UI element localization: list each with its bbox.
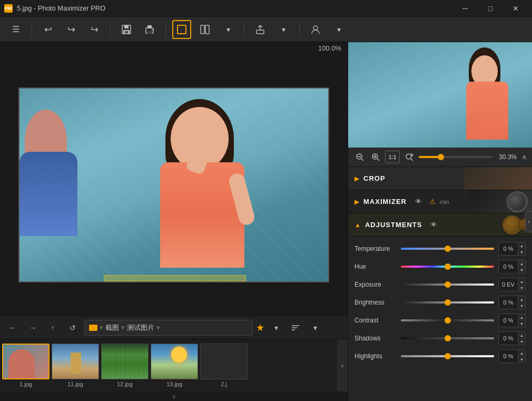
sort-options-button[interactable]: ▾ bbox=[307, 319, 323, 336]
shadows-spin-up[interactable]: ▲ bbox=[518, 332, 525, 338]
profile-button[interactable] bbox=[306, 20, 325, 39]
nav-back-button[interactable]: ← bbox=[4, 319, 21, 336]
window-controls: ─ □ ✕ bbox=[453, 0, 528, 17]
contrast-value: 0 % ▲ ▼ bbox=[498, 314, 526, 327]
brightness-spin-down[interactable]: ▼ bbox=[518, 302, 525, 309]
zoom-controls: 1:1 30.3% ∧ bbox=[348, 148, 532, 167]
brightness-spin-up[interactable]: ▲ bbox=[518, 296, 525, 302]
maximizer-eye-icon[interactable]: 👁 bbox=[415, 198, 422, 206]
adjustments-section-header[interactable]: ▲ ADJUSTMENTS 👁 bbox=[348, 213, 532, 237]
hue-spin-down[interactable]: ▼ bbox=[518, 267, 525, 273]
minimize-button[interactable]: ─ bbox=[453, 0, 477, 17]
contrast-row: Contrast 0 % ▲ ▼ bbox=[354, 314, 526, 327]
zoom-slider[interactable] bbox=[419, 156, 492, 158]
temperature-slider[interactable] bbox=[401, 248, 494, 250]
maximizer-warning-icon: ⚠ bbox=[429, 198, 436, 206]
nav-up-button[interactable]: ↑ bbox=[44, 319, 61, 336]
nav-path-2[interactable]: 测试图片 bbox=[127, 323, 154, 332]
temperature-row: Temperature 0 % ▲ ▼ bbox=[354, 242, 526, 256]
contrast-spin-down[interactable]: ▼ bbox=[518, 320, 525, 327]
canvas-container[interactable] bbox=[0, 54, 348, 316]
temperature-spin-down[interactable]: ▼ bbox=[518, 249, 525, 255]
hue-value: 0 % ▲ ▼ bbox=[498, 260, 526, 273]
contrast-spin-up[interactable]: ▲ bbox=[518, 314, 525, 320]
export-button[interactable] bbox=[251, 20, 270, 39]
highlights-spin-up[interactable]: ▲ bbox=[518, 350, 525, 356]
svg-line-23 bbox=[377, 159, 379, 161]
view-options-button[interactable]: ▾ bbox=[219, 20, 238, 39]
contrast-slider[interactable] bbox=[401, 319, 494, 321]
brightness-slider[interactable] bbox=[401, 301, 494, 304]
redo-button[interactable]: ↪ bbox=[85, 20, 104, 39]
favorite-button[interactable]: ★ bbox=[256, 322, 264, 334]
thumbnail-item-2[interactable]: 11.jpg bbox=[52, 344, 99, 387]
right-panel-expand-button[interactable]: › bbox=[525, 211, 532, 232]
toolbar-separator-4 bbox=[244, 22, 244, 37]
thumbnail-item-1[interactable]: 1.jpg bbox=[2, 344, 50, 387]
close-button[interactable]: ✕ bbox=[504, 0, 528, 17]
contrast-label: Contrast bbox=[354, 317, 397, 324]
star-options-button[interactable]: ▾ bbox=[268, 319, 284, 336]
right-panel: 1:1 30.3% ∧ ▶ CROP bbox=[348, 42, 532, 401]
export-options-button[interactable]: ▾ bbox=[274, 20, 293, 39]
thumbnail-nav-right[interactable]: › bbox=[337, 339, 348, 392]
maximizer-section-header[interactable]: ▶ MAXIMIZER 👁 ⚠ min bbox=[348, 190, 532, 213]
adjustments-eye-icon[interactable]: 👁 bbox=[430, 221, 437, 229]
exposure-spin-down[interactable]: ▼ bbox=[518, 285, 525, 291]
temperature-thumb bbox=[445, 246, 451, 252]
view-split-button[interactable] bbox=[195, 20, 214, 39]
nav-bar: ← → ↑ ↺ ▾ 截图 ▾ 测试图片 ▾ ★ ▾ ▾ bbox=[0, 316, 348, 339]
nav-refresh-button[interactable]: ↺ bbox=[64, 319, 81, 336]
sort-button[interactable] bbox=[288, 323, 303, 332]
highlights-thumb bbox=[445, 353, 451, 359]
crop-section-header[interactable]: ▶ CROP bbox=[348, 167, 532, 190]
nav-forward-button[interactable]: → bbox=[24, 319, 41, 336]
folder-icon bbox=[89, 325, 97, 331]
svg-line-25 bbox=[411, 159, 413, 161]
shadows-slider[interactable] bbox=[401, 337, 494, 339]
profile-options-button[interactable]: ▾ bbox=[329, 20, 348, 39]
nav-path-1[interactable]: 截图 bbox=[105, 323, 119, 332]
thumbnail-image-2 bbox=[52, 344, 99, 379]
print-button[interactable] bbox=[140, 20, 159, 39]
thumbnail-item-3[interactable]: 12.jpg bbox=[101, 344, 149, 387]
hue-slider[interactable] bbox=[401, 266, 494, 268]
zoom-reset-button[interactable]: 1:1 bbox=[385, 151, 400, 163]
menu-button[interactable]: ☰ bbox=[6, 20, 25, 39]
nav-folder-icon-item[interactable] bbox=[89, 325, 97, 331]
exposure-slider[interactable] bbox=[401, 283, 494, 286]
highlights-slider[interactable] bbox=[401, 355, 494, 357]
hue-label: Hue bbox=[354, 263, 397, 270]
save-button[interactable] bbox=[117, 20, 136, 39]
canvas-area: 100.0% bbox=[0, 42, 348, 401]
shadows-label: Shadows bbox=[354, 335, 397, 342]
bottom-expand-arrow[interactable]: ∨ bbox=[0, 392, 348, 401]
zoom-out-button[interactable] bbox=[353, 151, 366, 163]
shadows-spin-down[interactable]: ▼ bbox=[518, 338, 525, 345]
zoom-in-button[interactable] bbox=[369, 151, 382, 163]
zoom-fit-button[interactable] bbox=[403, 151, 416, 163]
undo-back-button[interactable]: ↩ bbox=[62, 20, 81, 39]
undo-button[interactable]: ↩ bbox=[38, 20, 57, 39]
exposure-spin-up[interactable]: ▲ bbox=[518, 278, 525, 285]
toolbar: ☰ ↩ ↩ ↪ ▾ ▾ ▾ bbox=[0, 17, 532, 42]
maximize-button[interactable]: □ bbox=[478, 0, 503, 17]
app-title: 5.jpg - Photo Maximizer PRO bbox=[17, 4, 105, 12]
shadows-row: Shadows 0 % ▲ ▼ bbox=[354, 331, 526, 345]
temperature-value: 0 % ▲ ▼ bbox=[498, 242, 526, 256]
adjustments-expand-icon: ▲ bbox=[354, 221, 361, 229]
toolbar-separator-3 bbox=[165, 22, 166, 37]
maximizer-section-title: MAXIMIZER bbox=[363, 198, 407, 206]
adjustments-content: Temperature 0 % ▲ ▼ Hue bbox=[348, 237, 532, 373]
hue-spin-up[interactable]: ▲ bbox=[518, 260, 525, 267]
exposure-value: 0 EV ▲ ▼ bbox=[498, 278, 526, 291]
contrast-thumb bbox=[445, 317, 451, 324]
thumbnail-item-4[interactable]: 13.jpg bbox=[151, 344, 198, 387]
svg-rect-10 bbox=[205, 25, 209, 34]
highlights-spin-down[interactable]: ▼ bbox=[518, 356, 525, 363]
zoom-collapse-button[interactable]: ∧ bbox=[522, 153, 527, 161]
thumbnail-item-5[interactable]: 2.j bbox=[200, 344, 248, 387]
temperature-spin-up[interactable]: ▲ bbox=[518, 242, 525, 249]
view-single-button[interactable] bbox=[172, 20, 191, 39]
thumbnail-image-3 bbox=[101, 344, 149, 379]
